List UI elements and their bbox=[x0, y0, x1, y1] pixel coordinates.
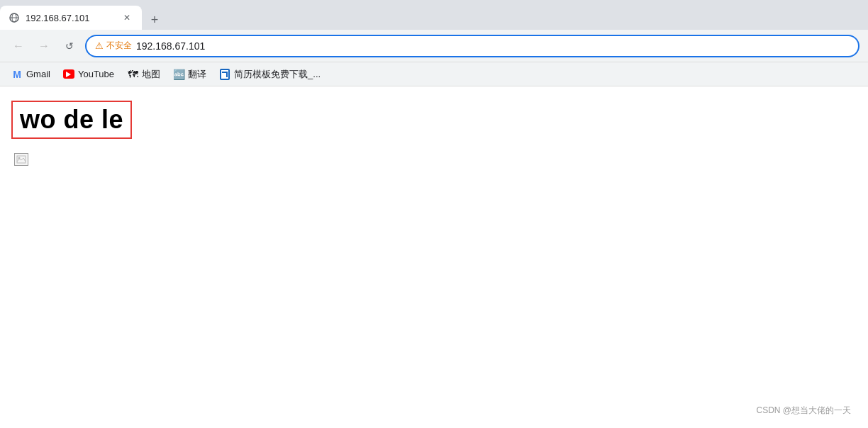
tab-close-button[interactable]: ✕ bbox=[121, 11, 133, 24]
security-label: 不安全 bbox=[106, 40, 132, 52]
bookmark-translate-label: 翻译 bbox=[188, 68, 206, 81]
new-tab-button[interactable]: + bbox=[145, 10, 165, 30]
forward-button[interactable]: → bbox=[34, 36, 54, 56]
bookmarks-bar: M Gmail YouTube 🗺 地图 🔤 bbox=[0, 62, 868, 86]
active-tab[interactable]: 192.168.67.101 ✕ bbox=[0, 6, 142, 30]
bookmark-maps-label: 地图 bbox=[142, 68, 160, 81]
youtube-icon bbox=[63, 69, 74, 80]
back-icon: ← bbox=[13, 40, 24, 52]
url-input[interactable] bbox=[136, 40, 850, 52]
bookmark-youtube-label: YouTube bbox=[78, 69, 114, 79]
bookmark-resume[interactable]: 简历模板免费下载_... bbox=[213, 65, 326, 84]
browser-chrome: 192.168.67.101 ✕ + ← → ↺ ⚠ 不安全 M bbox=[0, 0, 868, 86]
maps-icon: 🗺 bbox=[127, 69, 138, 80]
broken-image bbox=[14, 153, 30, 169]
page-heading-box: wo de le bbox=[11, 101, 132, 139]
bookmark-resume-label: 简历模板免费下载_... bbox=[234, 68, 321, 81]
translate-icon: 🔤 bbox=[173, 69, 184, 80]
reload-button[interactable]: ↺ bbox=[60, 36, 79, 56]
tab-bar: 192.168.67.101 ✕ + bbox=[0, 0, 868, 30]
gmail-icon: M bbox=[11, 69, 23, 80]
forward-icon: → bbox=[38, 40, 50, 52]
svg-point-4 bbox=[18, 157, 21, 159]
tab-favicon bbox=[9, 12, 20, 23]
bookmark-translate[interactable]: 🔤 翻译 bbox=[167, 65, 212, 84]
csdn-watermark: CSDN @想当大佬的一天 bbox=[756, 405, 851, 417]
bookmark-gmail[interactable]: M Gmail bbox=[6, 66, 56, 83]
resume-icon bbox=[219, 69, 230, 80]
broken-image-placeholder bbox=[14, 153, 28, 166]
reload-icon: ↺ bbox=[65, 40, 74, 52]
tab-title: 192.168.67.101 bbox=[26, 13, 115, 23]
page-heading-text: wo de le bbox=[20, 105, 123, 135]
warning-icon: ⚠ bbox=[95, 40, 104, 51]
security-indicator: ⚠ 不安全 bbox=[95, 40, 132, 52]
page-content: wo de le CSDN @想当大佬的一天 bbox=[0, 86, 868, 428]
bookmark-gmail-label: Gmail bbox=[26, 69, 50, 79]
address-bar-row: ← → ↺ ⚠ 不安全 bbox=[0, 30, 868, 62]
bookmark-maps[interactable]: 🗺 地图 bbox=[121, 65, 166, 84]
back-button[interactable]: ← bbox=[9, 36, 28, 56]
bookmark-youtube[interactable]: YouTube bbox=[57, 66, 120, 83]
address-bar[interactable]: ⚠ 不安全 bbox=[85, 35, 859, 57]
